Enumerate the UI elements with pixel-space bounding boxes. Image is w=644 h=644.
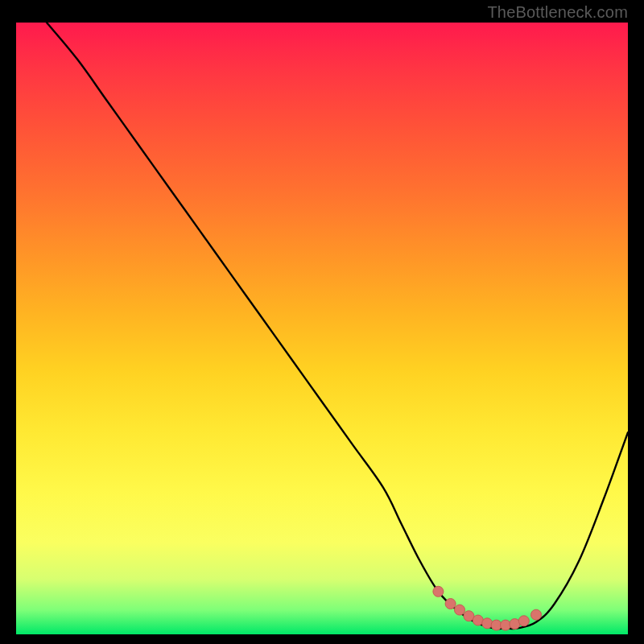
highlight-markers [433, 586, 542, 630]
marker-point [482, 618, 493, 629]
bottleneck-curve [47, 23, 628, 629]
chart-svg [16, 23, 628, 634]
marker-point [518, 616, 529, 626]
marker-point [531, 609, 542, 620]
attribution-text: TheBottleneck.com [487, 3, 628, 22]
chart-frame [16, 23, 628, 634]
marker-point [445, 599, 456, 609]
marker-point [501, 620, 511, 630]
marker-point [455, 605, 465, 615]
chart-plot-area [16, 23, 628, 634]
marker-point [433, 586, 444, 597]
